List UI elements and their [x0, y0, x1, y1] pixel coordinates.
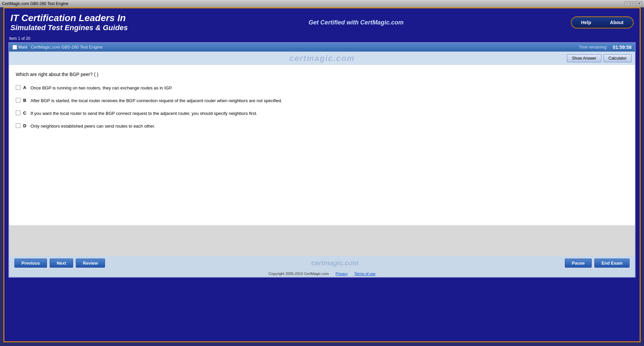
option-text-c: If you want the local router to send the…: [31, 111, 257, 117]
privacy-link[interactable]: Privacy: [335, 272, 347, 276]
window-controls: ─ □ ✕: [625, 1, 642, 6]
nav-bar: Mark CertMagic.com GB0-280 Test Engine T…: [9, 43, 635, 52]
action-buttons: Show Answer Calculator: [567, 54, 632, 62]
watermark-text: certmagic.com: [11, 54, 633, 63]
header-nav-buttons: Help About: [571, 16, 634, 28]
option-text-b: After BGP is started, the local router r…: [31, 98, 282, 104]
copyright-bar: Copyright 2005-2010 CertMagic.com Privac…: [9, 270, 635, 277]
footer-left-buttons: Previous Next Review: [14, 259, 105, 268]
review-button[interactable]: Review: [76, 259, 105, 268]
copyright-text: Copyright 2005-2010 CertMagic.com: [269, 272, 329, 276]
minimize-button[interactable]: ─: [625, 1, 630, 6]
brand-title: IT Certification Leaders In Simulated Te…: [10, 13, 128, 32]
window-title: CertMagic.com GB0-280 Test Engine: [2, 1, 68, 6]
help-button[interactable]: Help: [572, 17, 600, 28]
calculator-button[interactable]: Calculator: [603, 54, 632, 62]
show-answer-button[interactable]: Show Answer: [567, 54, 601, 62]
checkbox-d[interactable]: [16, 123, 20, 128]
option-a: A Once BGP is running on two routers, th…: [16, 85, 628, 91]
time-label: Time remaining:: [579, 45, 607, 50]
option-letter-b: B: [23, 98, 28, 103]
app-container: IT Certification Leaders In Simulated Te…: [3, 7, 641, 342]
question-area: Which are right about the BGP peer? ( ) …: [9, 65, 635, 226]
header-tagline: Get Certified with CertMagic.com: [309, 19, 404, 26]
end-exam-button[interactable]: End Exam: [594, 259, 630, 268]
engine-title: CertMagic.com GB0-280 Test Engine: [31, 45, 103, 50]
time-value: 01:59:58: [613, 45, 632, 50]
brand-line2: Simulated Test Engines & Guides: [10, 23, 128, 32]
footer-right-buttons: Pause End Exam: [565, 259, 630, 268]
terms-link[interactable]: Terms of use: [354, 272, 375, 276]
option-b: B After BGP is started, the local router…: [16, 98, 628, 104]
app-header: IT Certification Leaders In Simulated Te…: [7, 11, 637, 34]
about-button[interactable]: About: [601, 17, 633, 28]
option-d: D Only neighbors established peers can s…: [16, 123, 628, 129]
checkbox-a[interactable]: [16, 85, 20, 90]
option-letter-c: C: [23, 111, 28, 116]
maximize-button[interactable]: □: [631, 1, 636, 6]
pause-button[interactable]: Pause: [565, 259, 592, 268]
title-bar: CertMagic.com GB0-280 Test Engine ─ □ ✕: [0, 0, 644, 7]
checkbox-b[interactable]: [16, 98, 20, 102]
option-c: C If you want the local router to send t…: [16, 111, 628, 117]
checkbox-c[interactable]: [16, 111, 20, 115]
option-text-d: Only neighbors established peers can sen…: [31, 123, 155, 129]
item-counter: Item 1 of 20: [7, 36, 637, 42]
footer-watermark: certmagic.com: [311, 259, 359, 267]
option-text-a: Once BGP is running on two routers, they…: [31, 85, 172, 91]
question-text: Which are right about the BGP peer? ( ): [16, 72, 628, 77]
next-button[interactable]: Next: [50, 259, 73, 268]
brand-line1: IT Certification Leaders In: [10, 13, 128, 23]
mark-checkbox[interactable]: [12, 45, 17, 50]
nav-bar-left: Mark CertMagic.com GB0-280 Test Engine: [12, 45, 103, 50]
watermark-bar: certmagic.com Show Answer Calculator: [9, 52, 635, 65]
mark-label: Mark: [18, 45, 28, 50]
option-letter-d: D: [23, 123, 28, 128]
bottom-gray-area: [9, 226, 635, 256]
close-button[interactable]: ✕: [637, 1, 642, 6]
nav-bar-right: Time remaining: 01:59:58: [579, 45, 632, 50]
option-letter-a: A: [23, 85, 28, 90]
previous-button[interactable]: Previous: [14, 259, 47, 268]
footer-nav: Previous Next Review certmagic.com Pause…: [9, 256, 635, 270]
mark-control[interactable]: Mark: [12, 45, 28, 50]
exam-frame: Mark CertMagic.com GB0-280 Test Engine T…: [8, 42, 636, 278]
